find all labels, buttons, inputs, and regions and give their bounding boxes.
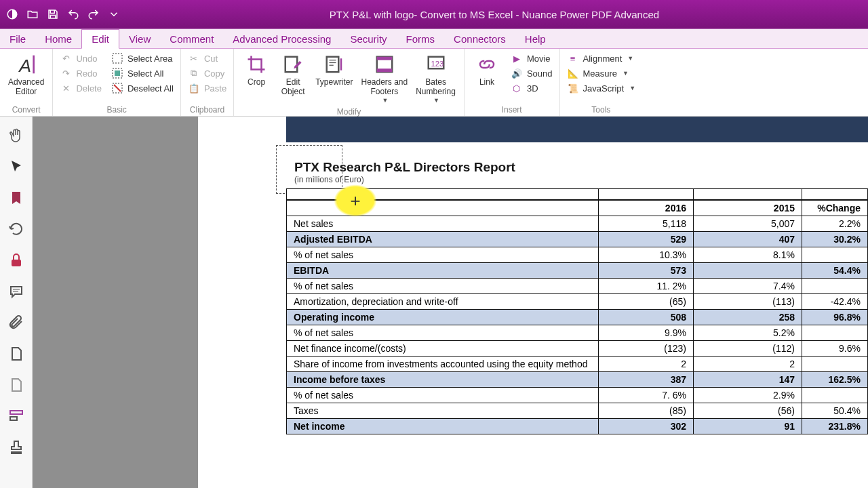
- ribbon-group-basic: ↶Undo ↷Redo ✕Delete Select Area Select A…: [53, 49, 181, 116]
- sound-button[interactable]: 🔊Sound: [508, 66, 555, 80]
- cell-change: [802, 387, 868, 403]
- cell-change: [802, 278, 868, 293]
- cell-change: 54.4%: [802, 262, 868, 278]
- cell-2016: 9.9%: [599, 325, 694, 340]
- link-button[interactable]: Link: [469, 52, 505, 88]
- select-area-button[interactable]: Select Area: [108, 52, 176, 65]
- ribbon-group-tools: ≡Alignment▼ 📐Measure▼ 📜JavaScript▼ Tools: [560, 49, 643, 116]
- menu-advanced-processing[interactable]: Advanced Processing: [223, 29, 340, 48]
- cell-2015: 91: [694, 418, 802, 434]
- attachment-icon[interactable]: [7, 313, 26, 332]
- ribbon-group-insert: Link ▶Movie 🔊Sound ⬡3D Insert: [465, 49, 560, 116]
- table-row: Taxes(85)(56)50.4%: [287, 403, 868, 418]
- cell-label: % of net sales: [287, 325, 599, 340]
- cut-button[interactable]: ✂Cut: [185, 52, 229, 65]
- lock-icon[interactable]: [7, 251, 26, 270]
- qat-dropdown-icon[interactable]: [107, 7, 121, 21]
- chevron-down-icon: ▼: [433, 97, 439, 104]
- app-icon[interactable]: [5, 7, 19, 21]
- deselect-all-button[interactable]: Deselect All: [108, 81, 176, 95]
- thumbnail-panel[interactable]: [33, 117, 198, 488]
- menu-comment[interactable]: Comment: [160, 29, 223, 48]
- svg-rect-22: [10, 411, 22, 414]
- refresh-icon[interactable]: [7, 220, 26, 239]
- col-label: [287, 200, 599, 216]
- alignment-button[interactable]: ≡Alignment▼: [564, 52, 639, 65]
- paste-button[interactable]: 📋Paste: [185, 81, 229, 95]
- stamp-icon[interactable]: [7, 438, 26, 457]
- open-icon[interactable]: [26, 7, 39, 21]
- bookmark-icon[interactable]: [7, 188, 26, 207]
- cell-label: Taxes: [287, 403, 599, 418]
- cell-2015: 407: [694, 231, 802, 247]
- crop-button[interactable]: Crop: [238, 52, 275, 88]
- cell-2016: (65): [599, 293, 694, 309]
- undo-icon: ↶: [60, 52, 72, 64]
- cell-label: Net sales: [287, 216, 599, 231]
- delete-button[interactable]: ✕Delete: [57, 81, 104, 95]
- form-fields-icon[interactable]: [7, 407, 26, 426]
- menu-connectors[interactable]: Connectors: [444, 29, 515, 48]
- cell-2016: 387: [599, 371, 694, 387]
- measure-button[interactable]: 📐Measure▼: [564, 66, 639, 80]
- cell-2015: 8.1%: [694, 247, 802, 262]
- javascript-button[interactable]: 📜JavaScript▼: [564, 81, 639, 95]
- save-icon[interactable]: [46, 7, 60, 21]
- ribbon-group-modify: Crop Edit Object Typewriter Headers and …: [234, 49, 465, 116]
- arrow-tool-icon[interactable]: [7, 157, 26, 176]
- ribbon-group-clipboard: ✂Cut ⧉Copy 📋Paste Clipboard: [181, 49, 234, 116]
- copy-icon: ⧉: [188, 67, 200, 79]
- svg-rect-15: [377, 57, 393, 60]
- chevron-down-icon: ▼: [629, 85, 635, 92]
- menu-security[interactable]: Security: [340, 29, 396, 48]
- menu-home[interactable]: Home: [35, 29, 81, 48]
- table-row: % of net sales9.9%5.2%: [287, 325, 868, 340]
- svg-rect-16: [377, 68, 393, 72]
- table-row: Operating income50825896.8%: [287, 309, 868, 325]
- movie-icon: ▶: [511, 52, 523, 64]
- cell-2016: (85): [599, 403, 694, 418]
- comments-icon[interactable]: [7, 282, 26, 301]
- cell-2016: 2: [599, 356, 694, 371]
- cell-2016: 573: [599, 262, 694, 278]
- cell-2015: 258: [694, 309, 802, 325]
- menu-edit[interactable]: Edit: [81, 29, 119, 49]
- undo-button[interactable]: ↶Undo: [57, 52, 104, 65]
- select-all-button[interactable]: Select All: [108, 66, 176, 80]
- cell-change: [802, 247, 868, 262]
- headers-footers-button[interactable]: Headers and Footers▼: [357, 52, 412, 106]
- redo-icon[interactable]: [87, 7, 100, 21]
- menu-forms[interactable]: Forms: [397, 29, 445, 48]
- ribbon-group-convert: A Advanced Editor Convert: [0, 49, 53, 116]
- table-row: % of net sales7. 6%2.9%: [287, 387, 868, 403]
- page-icon[interactable]: [7, 344, 26, 363]
- redo-button[interactable]: ↷Redo: [57, 66, 104, 80]
- redo-icon: ↷: [60, 67, 72, 79]
- edit-object-button[interactable]: Edit Object: [275, 52, 311, 98]
- cell-2015: 5.2%: [694, 325, 802, 340]
- movie-button[interactable]: ▶Movie: [508, 52, 555, 65]
- window-title: PTX P&L with logo- Convert to MS Excel -…: [121, 9, 868, 20]
- cell-change: [802, 356, 868, 371]
- typewriter-button[interactable]: Typewriter: [311, 52, 357, 88]
- advanced-editor-button[interactable]: A Advanced Editor: [4, 52, 48, 98]
- copy-button[interactable]: ⧉Copy: [185, 66, 229, 80]
- menu-help[interactable]: Help: [515, 29, 555, 48]
- document-area[interactable]: PTX Research P&L Directors Report (in mi…: [33, 117, 868, 488]
- col-change: %Change: [802, 200, 868, 216]
- ribbon: A Advanced Editor Convert ↶Undo ↷Redo ✕D…: [0, 49, 868, 117]
- cell-2015: 5,007: [694, 216, 802, 231]
- 3d-button[interactable]: ⬡3D: [508, 81, 555, 95]
- cell-2015: (112): [694, 340, 802, 356]
- menu-view[interactable]: View: [119, 29, 160, 48]
- document-page[interactable]: PTX Research P&L Directors Report (in mi…: [198, 117, 868, 488]
- cell-change: 30.2%: [802, 231, 868, 247]
- table-row: EBITDA57354.4%: [287, 262, 868, 278]
- page-blank-icon[interactable]: [7, 375, 26, 394]
- hand-tool-icon[interactable]: [7, 126, 26, 145]
- undo-icon[interactable]: [66, 7, 80, 21]
- svg-rect-19: [12, 260, 21, 266]
- menu-file[interactable]: File: [0, 29, 35, 48]
- cell-label: EBITDA: [287, 262, 599, 278]
- bates-numbering-button[interactable]: 123Bates Numbering▼: [412, 52, 460, 106]
